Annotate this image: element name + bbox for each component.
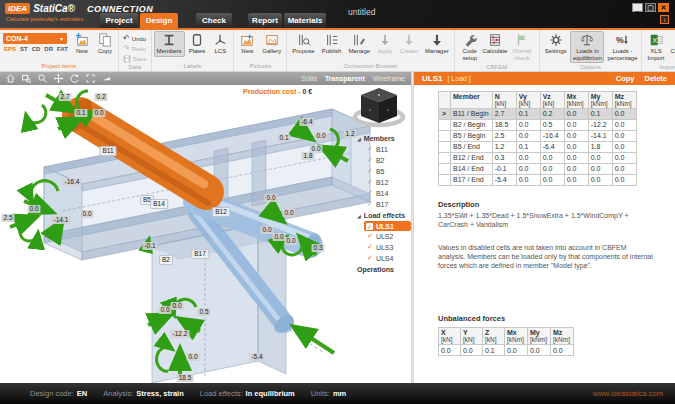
project-code[interactable]: FAT: [57, 46, 68, 52]
apply-button[interactable]: Apply: [374, 31, 396, 57]
copy-load-button[interactable]: Copy: [616, 74, 635, 83]
percent-icon: %: [615, 33, 629, 47]
tree-item-member[interactable]: ✓B5: [357, 166, 411, 177]
clipping-icon[interactable]: [102, 74, 111, 83]
copy-item-button[interactable]: Copy: [94, 31, 116, 57]
ribbon-group-options: Settings Loads in equilibrium % Loads - …: [540, 30, 643, 71]
save-button[interactable]: Save: [121, 54, 149, 63]
new-picture-button[interactable]: New: [236, 31, 258, 57]
close-button[interactable]: ✕: [658, 3, 669, 12]
tab-project[interactable]: Project: [100, 13, 138, 28]
info-button[interactable]: i: [660, 15, 669, 24]
button-label: Undo: [132, 36, 146, 42]
home-view-icon[interactable]: [6, 74, 15, 83]
axes-icon: [213, 33, 227, 47]
svg-text:X: X: [653, 37, 658, 44]
ribbon-group-connection-browser: Propose Publish Manage Apply Create: [287, 30, 454, 71]
settings-button[interactable]: Settings: [542, 31, 570, 57]
code-setup-button[interactable]: Code setup: [457, 31, 483, 63]
members-labels-button[interactable]: Members: [154, 31, 185, 57]
column-header: Mz[kNm]: [612, 92, 636, 109]
navigation-cube[interactable]: [352, 86, 406, 130]
new-item-button[interactable]: New: [71, 31, 93, 57]
forces-table-row[interactable]: >B11 / Begin2.70.10.20.00.10.0: [439, 109, 637, 120]
loads-percentage-button[interactable]: % Loads - percentage: [605, 31, 639, 63]
forces-table-row[interactable]: B12 / End0.30.00.00.00.00.0: [439, 153, 637, 164]
tab-design[interactable]: Design: [140, 13, 178, 28]
tree-item-load-effect[interactable]: ✓ULS3: [357, 242, 411, 253]
zoom-window-icon[interactable]: [22, 74, 31, 83]
panel-header: ULS1 [ Load ] Copy Delete: [414, 72, 675, 85]
mode-wireframe[interactable]: Wireframe: [373, 75, 405, 82]
column-header: X[kN]: [439, 328, 461, 345]
tree-item-member[interactable]: ✓B11: [357, 144, 411, 155]
scene-3d-view[interactable]: Production cost - 0 € 2.70.20.10.0B11-16…: [0, 85, 411, 383]
view-toolbar: Solid Transparent Wireframe: [0, 72, 411, 85]
tree-item-member[interactable]: ✓B12: [357, 177, 411, 188]
forces-table-row[interactable]: B2 / Begin18.50.00.50.0-12.20.0: [439, 120, 637, 131]
manager-button[interactable]: Manager: [422, 31, 452, 57]
tab-check[interactable]: Check: [196, 13, 232, 28]
project-code[interactable]: CD: [32, 46, 41, 52]
button-label: LCS: [214, 48, 226, 55]
loads-in-equilibrium-button[interactable]: Loads in equilibrium: [570, 31, 604, 63]
manage-button[interactable]: Manage: [345, 31, 373, 57]
tree-item-load-effect[interactable]: ✓ULS1: [364, 221, 411, 231]
create-button[interactable]: Create: [397, 31, 421, 57]
calculate-button[interactable]: Calculate: [484, 31, 506, 57]
tree-item-member[interactable]: ✓B14: [357, 188, 411, 199]
tree-section-members[interactable]: ◢ Members: [357, 133, 411, 144]
tab-report[interactable]: Report: [248, 13, 282, 28]
publish-button[interactable]: Publish: [319, 31, 345, 57]
forces-table-row[interactable]: B5 / Begin2.50.0-16.40.0-14.10.0: [439, 131, 637, 142]
mode-transparent[interactable]: Transparent: [325, 75, 365, 82]
abacus-icon: [488, 33, 502, 47]
pan-icon[interactable]: [54, 74, 63, 83]
forces-table-row[interactable]: B5 / End1.20.1-6.40.01.80.0: [439, 142, 637, 153]
gallery-button[interactable]: Gallery: [259, 31, 284, 57]
button-label: Plates: [189, 48, 206, 55]
project-code[interactable]: DR: [44, 46, 53, 52]
mode-solid[interactable]: Solid: [301, 75, 317, 82]
project-code[interactable]: EPS: [4, 46, 16, 52]
button-label: Apply: [378, 48, 393, 55]
maximize-button[interactable]: ▢: [645, 3, 656, 12]
tree-section-operations[interactable]: Operations: [357, 264, 411, 275]
tree-item-load-effect[interactable]: ✓ULS2: [357, 231, 411, 242]
undo-button[interactable]: ↶ Undo: [121, 34, 149, 43]
tree-section-load-effects[interactable]: ◢ Load effects: [357, 210, 411, 221]
description-block: Description 1.35*SWt + 1.35*Dead + 1.5*S…: [438, 200, 650, 229]
tree-item-member[interactable]: ✓B2: [357, 155, 411, 166]
website-link[interactable]: www.ideastatica.com: [593, 389, 663, 398]
project-code[interactable]: ST: [20, 46, 28, 52]
plates-labels-button[interactable]: Plates: [186, 31, 209, 57]
tab-materials[interactable]: Materials: [284, 13, 326, 28]
publish-icon: [325, 33, 339, 47]
lcs-labels-button[interactable]: LCS: [209, 31, 231, 57]
minimize-button[interactable]: _: [632, 3, 643, 12]
delete-load-button[interactable]: Delete: [644, 74, 667, 83]
forces-table-row[interactable]: B14 / End-0.10.00.00.00.00.0: [439, 164, 637, 175]
ribbon-group-label: Data: [121, 63, 149, 72]
button-label: Publish: [322, 48, 342, 55]
ribbon-group-cbfem: Code setup Calculate Overall check CBFEM: [455, 30, 540, 71]
rotate-icon[interactable]: [70, 74, 79, 83]
fit-view-icon[interactable]: [86, 74, 95, 83]
expander-icon: ◢: [357, 213, 361, 219]
tree-item-member[interactable]: ✓B17: [357, 199, 411, 210]
tree-item-load-effect[interactable]: ✓ULS4: [357, 253, 411, 264]
forces-table-row[interactable]: B17 / End-5.40.00.00.00.00.0: [439, 175, 637, 186]
column-header: My[kNm]: [527, 328, 550, 345]
xls-import-button[interactable]: X XLS Import: [644, 31, 667, 63]
zoom-icon[interactable]: [38, 74, 47, 83]
column-header: Y[kN]: [461, 328, 483, 345]
project-item-selector[interactable]: CON-4 ▼: [3, 33, 67, 44]
redo-button[interactable]: ↷ Redo: [121, 44, 149, 53]
button-label: Gallery: [262, 48, 281, 55]
svg-text:%: %: [616, 35, 624, 45]
overall-check-button[interactable]: Overall check: [507, 31, 537, 63]
button-label: Settings: [545, 48, 567, 55]
connection-import-button[interactable]: Connection Import: [669, 31, 675, 63]
propose-button[interactable]: Propose: [289, 31, 317, 57]
scales-icon: [580, 33, 594, 47]
